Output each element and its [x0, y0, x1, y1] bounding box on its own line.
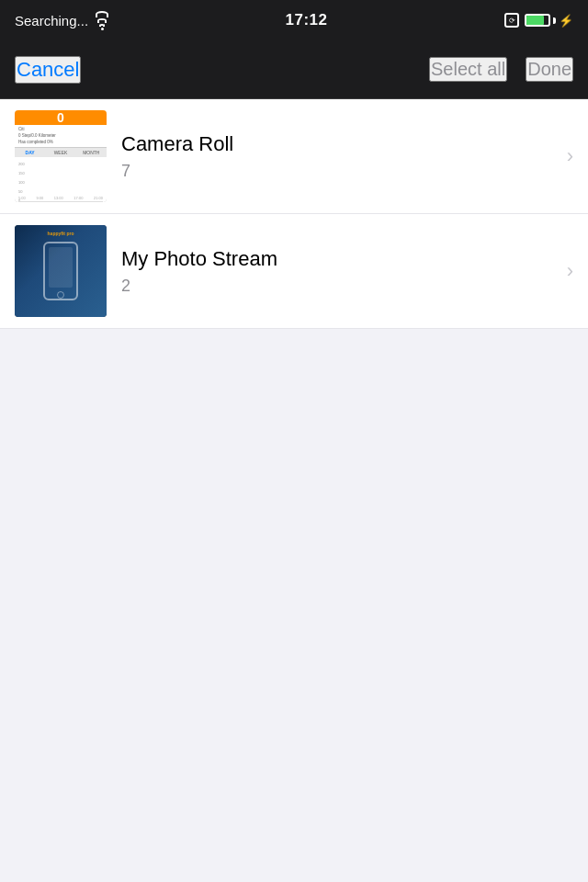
album-list: 0 Citi 0 Step/0.0 Kilometer Has complete… — [0, 99, 588, 329]
battery-indicator: ⚡ — [525, 14, 573, 28]
album-info-photo-stream: My Photo Stream 2 — [107, 247, 567, 296]
status-bar: Searching... 17:12 ⟳ ⚡ — [0, 0, 588, 40]
wifi-icon — [96, 11, 108, 30]
album-item-camera-roll[interactable]: 0 Citi 0 Step/0.0 Kilometer Has complete… — [0, 99, 588, 214]
album-thumbnail-camera-roll: 0 Citi 0 Step/0.0 Kilometer Has complete… — [15, 110, 107, 202]
album-thumbnail-photo-stream: happyfit pro — [15, 225, 107, 317]
done-button[interactable]: Done — [526, 57, 573, 82]
album-item-photo-stream[interactable]: happyfit pro My Photo Stream 2 › — [0, 214, 588, 329]
status-left: Searching... — [15, 11, 108, 30]
phone-outline-icon — [43, 242, 78, 300]
chevron-icon-camera-roll: › — [567, 144, 573, 168]
navigation-bar: Cancel Select all Done — [0, 40, 588, 99]
carrier-text: Searching... — [15, 13, 88, 28]
album-info-camera-roll: Camera Roll 7 — [107, 132, 567, 181]
album-name-camera-roll: Camera Roll — [121, 132, 552, 156]
album-name-photo-stream: My Photo Stream — [121, 247, 552, 271]
rotation-lock-icon: ⟳ — [504, 13, 519, 28]
album-count-photo-stream: 2 — [121, 277, 552, 296]
cancel-button[interactable]: Cancel — [15, 56, 81, 84]
ps-watermark: happyfit pro — [15, 231, 107, 236]
select-all-button[interactable]: Select all — [429, 57, 507, 82]
status-time: 17:12 — [286, 11, 328, 29]
status-right: ⟳ ⚡ — [504, 13, 573, 28]
chevron-icon-photo-stream: › — [567, 259, 573, 283]
nav-right-actions: Select all Done — [429, 57, 573, 82]
album-count-camera-roll: 7 — [121, 162, 552, 181]
